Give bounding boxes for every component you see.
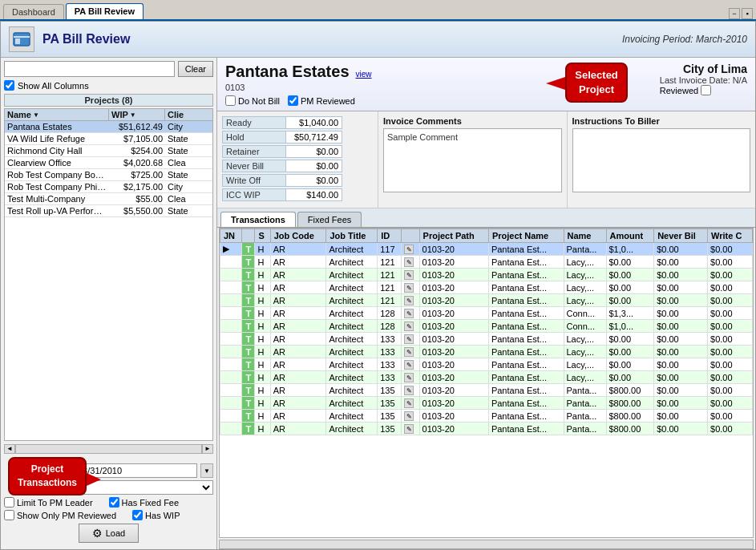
cell-neverbill[interactable]: $0.00 [654,320,708,333]
project-list-item[interactable]: Test Multi-Company $55.00 Clea [5,193,212,205]
cell-neverbill[interactable]: $0.00 [654,256,708,269]
table-row[interactable]: T H AR Architect 135 ✎ 0103-20 Pantana E… [220,423,753,435]
wip-value[interactable]: $50,712.49 [286,131,342,144]
wip-value[interactable]: $0.00 [286,160,342,172]
cell-neverbill[interactable]: $0.00 [654,358,708,371]
cell-amount[interactable]: $0.00 [606,294,654,307]
edit-icon[interactable]: ✎ [404,373,414,382]
col-header-client[interactable]: Clie [165,109,205,120]
load-button[interactable]: ⚙ Load [79,524,139,543]
clear-button[interactable]: Clear [178,61,213,77]
cell-neverbill[interactable]: $0.00 [654,384,708,397]
has-wip-checkbox[interactable] [132,510,143,520]
cell-edit[interactable]: ✎ [402,371,419,384]
edit-icon[interactable]: ✎ [404,283,414,293]
cell-amount[interactable]: $0.00 [606,333,654,346]
wip-value[interactable]: $1,040.00 [286,116,342,129]
cell-edit[interactable]: ✎ [402,358,419,371]
cell-amount[interactable]: $0.00 [606,346,654,358]
do-not-bill-checkbox[interactable] [225,95,236,106]
cell-writeoff[interactable]: $0.00 [708,294,753,307]
cell-writeoff[interactable]: $0.00 [708,269,753,281]
table-row[interactable]: T H AR Architect 121 ✎ 0103-20 Pantana E… [220,256,753,269]
project-list-item[interactable]: Pantana Estates $51,612.49 City [5,121,212,133]
cell-edit[interactable]: ✎ [402,384,419,397]
wip-value[interactable]: $0.00 [286,145,342,158]
cell-neverbill[interactable]: $0.00 [654,269,708,281]
cell-writeoff[interactable]: $0.00 [708,281,753,294]
horizontal-scrollbar[interactable] [15,444,202,454]
table-row[interactable]: T H AR Architect 135 ✎ 0103-20 Pantana E… [220,410,753,423]
cell-writeoff[interactable]: $0.00 [708,384,753,397]
cell-edit[interactable]: ✎ [402,256,419,269]
as-of-calendar-icon[interactable]: ▼ [200,463,213,478]
project-list-item[interactable]: Clearview Office $4,020.68 Clea [5,157,212,169]
cell-writeoff[interactable]: $0.00 [708,371,753,384]
table-row[interactable]: T H AR Architect 133 ✎ 0103-20 Pantana E… [220,346,753,358]
cell-neverbill[interactable]: $0.00 [654,243,708,256]
edit-icon[interactable]: ✎ [404,411,414,421]
name-filter-icon[interactable]: ▼ [33,111,39,119]
project-list-item[interactable]: Rob Test Company Boston $725.00 State [5,169,212,181]
edit-icon[interactable]: ✎ [404,347,414,357]
restore-button[interactable]: ▪ [742,8,753,19]
edit-icon[interactable]: ✎ [404,245,414,254]
search-input[interactable] [4,61,175,77]
col-header-name[interactable]: Name ▼ [5,109,109,120]
cell-amount[interactable]: $800.00 [606,384,654,397]
cell-neverbill[interactable]: $0.00 [654,397,708,410]
cell-edit[interactable]: ✎ [402,346,419,358]
tab-transactions[interactable]: Transactions [220,212,296,227]
th-s[interactable]: S [255,229,270,243]
tab-fixed-fees[interactable]: Fixed Fees [297,212,362,227]
edit-icon[interactable]: ✎ [404,257,414,267]
cell-writeoff[interactable]: $0.00 [708,307,753,320]
wip-value[interactable]: $140.00 [286,188,342,201]
cell-amount[interactable]: $0.00 [606,371,654,384]
table-row[interactable]: ▶ T H AR Architect 117 ✎ 0103-20 Pantana… [220,243,753,256]
cell-amount[interactable]: $800.00 [606,410,654,423]
show-pm-reviewed-checkbox[interactable] [4,510,14,520]
table-row[interactable]: T H AR Architect 135 ✎ 0103-20 Pantana E… [220,397,753,410]
table-row[interactable]: T H AR Architect 121 ✎ 0103-20 Pantana E… [220,269,753,281]
cell-edit[interactable]: ✎ [402,320,419,333]
cell-neverbill[interactable]: $0.00 [654,307,708,320]
cell-writeoff[interactable]: $0.00 [708,423,753,435]
cell-amount[interactable]: $0.00 [606,256,654,269]
edit-icon[interactable]: ✎ [404,398,414,408]
cell-amount[interactable]: $800.00 [606,423,654,435]
has-fixed-fee-checkbox[interactable] [109,497,119,508]
table-row[interactable]: T H AR Architect 121 ✎ 0103-20 Pantana E… [220,294,753,307]
project-list-item[interactable]: Richmond City Hall $254.00 State [5,145,212,157]
th-name[interactable]: Name [564,229,606,243]
cell-amount[interactable]: $0.00 [606,269,654,281]
reviewed-checkbox[interactable] [701,85,711,95]
cell-amount[interactable]: $1,0... [606,243,654,256]
table-row[interactable]: T H AR Architect 133 ✎ 0103-20 Pantana E… [220,358,753,371]
cell-neverbill[interactable]: $0.00 [654,333,708,346]
wip-value[interactable]: $0.00 [286,174,342,187]
th-writeoff[interactable]: Write C [708,229,753,243]
minimize-button[interactable]: − [729,8,740,19]
edit-icon[interactable]: ✎ [404,296,414,305]
view-link[interactable]: view [356,70,372,79]
th-amount[interactable]: Amount [606,229,654,243]
limit-pm-checkbox[interactable] [4,497,14,508]
show-all-columns-checkbox[interactable] [4,80,14,91]
cell-edit[interactable]: ✎ [402,410,419,423]
cell-neverbill[interactable]: $0.00 [654,294,708,307]
cell-edit[interactable]: ✎ [402,333,419,346]
cell-neverbill[interactable]: $0.00 [654,410,708,423]
edit-icon[interactable]: ✎ [404,334,414,344]
th-projectpath[interactable]: Project Path [419,229,488,243]
table-row[interactable]: T H AR Architect 128 ✎ 0103-20 Pantana E… [220,320,753,333]
transactions-h-scrollbar[interactable] [219,540,754,549]
th-t[interactable] [242,229,255,243]
cell-edit[interactable]: ✎ [402,243,419,256]
edit-icon[interactable]: ✎ [404,270,414,280]
cell-writeoff[interactable]: $0.00 [708,243,753,256]
project-list-item[interactable]: Test Roll up-VA Performing A... $5,550.0… [5,205,212,217]
edit-icon[interactable]: ✎ [404,360,414,370]
cell-writeoff[interactable]: $0.00 [708,256,753,269]
col-header-wip[interactable]: WIP ▼ [109,109,165,120]
